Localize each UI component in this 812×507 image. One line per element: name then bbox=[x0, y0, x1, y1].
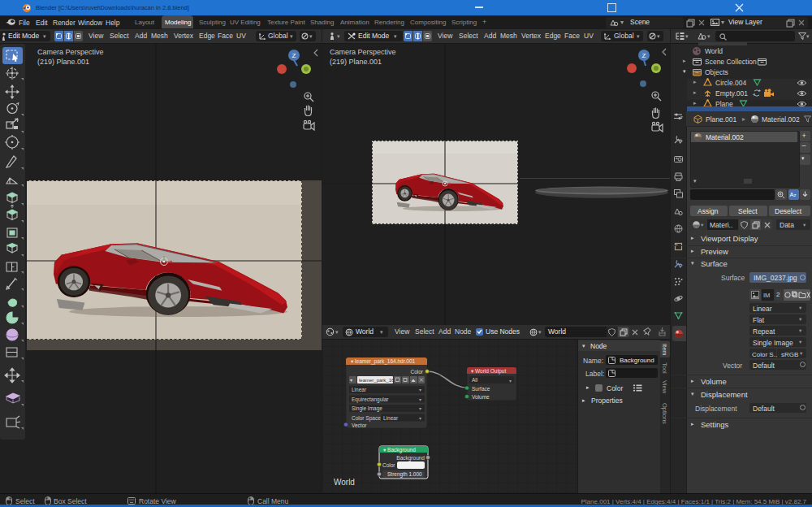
svg-text:Surface: Surface bbox=[472, 386, 490, 392]
svg-text:Linear: Linear bbox=[383, 415, 399, 421]
svg-text:▾ Background: ▾ Background bbox=[383, 447, 416, 453]
svg-text:Equirectangular: Equirectangular bbox=[352, 396, 389, 403]
svg-text:Color: Color bbox=[410, 369, 423, 375]
svg-text:▾: ▾ bbox=[419, 416, 421, 421]
svg-text:▾: ▾ bbox=[419, 397, 421, 402]
svg-text:Background: Background bbox=[396, 455, 425, 462]
svg-text:Linear: Linear bbox=[352, 387, 367, 392]
svg-text:Vector: Vector bbox=[352, 422, 367, 428]
svg-text:▾ World Output: ▾ World Output bbox=[471, 368, 506, 375]
svg-text:▾: ▾ bbox=[350, 378, 352, 383]
svg-text:leamer_park_16..: leamer_park_16.. bbox=[359, 378, 397, 383]
svg-text:▾: ▾ bbox=[419, 406, 421, 411]
svg-text:Color Space: Color Space bbox=[352, 415, 381, 422]
svg-text:Z: Z bbox=[292, 52, 296, 59]
svg-text:▾: ▾ bbox=[509, 379, 512, 384]
svg-text:▾ leamer_park_164.hdr.001: ▾ leamer_park_164.hdr.001 bbox=[351, 358, 416, 365]
svg-text:Camera Perspective: Camera Perspective bbox=[330, 48, 396, 56]
svg-text:Z: Z bbox=[642, 52, 646, 59]
svg-text:Camera Perspective: Camera Perspective bbox=[37, 48, 104, 56]
svg-text:(219) Plane.001: (219) Plane.001 bbox=[37, 58, 89, 66]
svg-text:World: World bbox=[334, 478, 355, 487]
svg-text:(219) Plane.001: (219) Plane.001 bbox=[330, 58, 382, 66]
svg-text:Color: Color bbox=[382, 462, 395, 468]
svg-text:Single Image: Single Image bbox=[352, 405, 382, 412]
svg-text:Volume: Volume bbox=[472, 394, 490, 400]
svg-text:▾: ▾ bbox=[419, 388, 421, 392]
svg-text:All: All bbox=[472, 377, 478, 383]
svg-text:Strength 1.000: Strength 1.000 bbox=[387, 471, 422, 478]
